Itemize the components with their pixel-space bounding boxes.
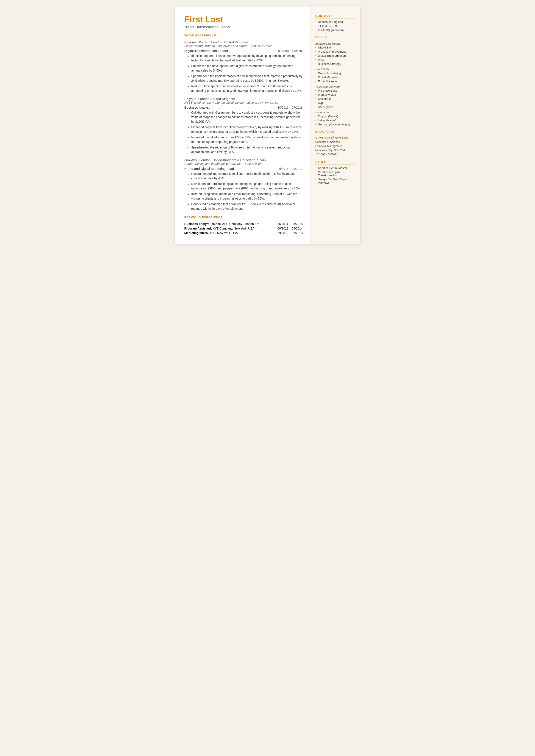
company-name-1: Resume Worded, London, United Kingdom bbox=[184, 40, 303, 44]
edu-detail-0: Bachelor of Science Financial Management… bbox=[316, 140, 355, 156]
role-row-3: Brand and Digital Marketing Lead 06/2015… bbox=[184, 167, 303, 171]
contact-email: first.last@gmail.com bbox=[316, 28, 355, 32]
candidate-title: Digital Transformation Leader bbox=[184, 25, 303, 29]
role-title-2: Business Analyst bbox=[184, 106, 210, 109]
skill-2-0: MS office Suite bbox=[316, 89, 355, 92]
other-list: Certified Scrum Master Certified in Digi… bbox=[316, 166, 355, 184]
skills-cat-0: Industry Knowledge: bbox=[316, 42, 355, 45]
skills-cat-2: Tools and Software: bbox=[316, 85, 355, 88]
bullet-2-3: Improved overall efficiency from 17% to … bbox=[188, 135, 303, 144]
skill-3-1: Italian (Native) bbox=[316, 119, 355, 122]
bullet-2-4: Spearheaded the redesign of Polyhire's i… bbox=[188, 145, 303, 154]
other-item-0: Certified Scrum Master bbox=[316, 166, 355, 170]
skill-2-2: Salesforce bbox=[316, 97, 355, 100]
prev-role-3: Marketing Intern, ABC, New York, USA bbox=[184, 231, 238, 235]
candidate-name: First Last bbox=[184, 14, 303, 24]
resume-document: First Last Digital Transformation Leader… bbox=[175, 7, 360, 244]
prev-role-1: Business Analyst Trainee, ABC Company, L… bbox=[184, 222, 260, 226]
skills-cat-1: Hard Skills: bbox=[316, 68, 355, 71]
previous-experience-heading: PREVIOUS EXPERIENCE bbox=[184, 216, 303, 220]
skills-list-2: MS office Suite Workflow Max Salesforce … bbox=[316, 89, 355, 109]
skills-list-0: SEO/SEM Process Improvement Digital Tran… bbox=[316, 46, 355, 66]
skills-list-1: Online Advertising Digital Marketing Ema… bbox=[316, 71, 355, 83]
prev-role-2: Program Assistant, XYZ Company, New York… bbox=[184, 227, 254, 230]
role-row-1: Digital Transformation Leader 08/2018 – … bbox=[184, 49, 303, 53]
skill-0-2: Digital Transformation bbox=[316, 54, 355, 57]
bullet-3-3: Initiated using social media and email m… bbox=[188, 192, 303, 201]
skill-0-4: Business Strategy bbox=[316, 62, 355, 66]
bullets-1: Identified opportunities to improve oper… bbox=[188, 54, 303, 93]
bullet-1-3: Spearheaded the implementation of new te… bbox=[188, 74, 303, 83]
skill-0-3: PPC bbox=[316, 58, 355, 61]
role-dates-1: 08/2018 – Present bbox=[278, 49, 303, 53]
role-dates-2: 10/2017 – 07/2018 bbox=[278, 106, 303, 109]
bullet-2-1: Collaborated with 6 team members to cond… bbox=[188, 110, 303, 124]
skill-0-0: SEO/SEM bbox=[316, 46, 355, 49]
company-desc-2: NYSE-listed company offering digital tra… bbox=[184, 101, 303, 104]
bullets-3: Recommended improvements to clients' soc… bbox=[188, 172, 303, 211]
other-item-2: Google Certified Digital Marketer bbox=[316, 178, 355, 184]
skill-1-1: Digital Marketing bbox=[316, 76, 355, 79]
skill-3-0: English (Native) bbox=[316, 115, 355, 118]
prev-exp-row-3: Marketing Intern, ABC, New York, USA 09/… bbox=[184, 231, 303, 235]
bullet-3-2: Developed 10+ profitable digital marketi… bbox=[188, 182, 303, 191]
company-name-3: Growthsi, London, United Kingdom & Barce… bbox=[184, 158, 303, 162]
job-block-2: Polyhire, London, United Kingdom NYSE-li… bbox=[184, 97, 303, 154]
sidebar: CONTACT Doncaster, England +1-234-567-89… bbox=[311, 7, 360, 244]
company-name-2: Polyhire, London, United Kingdom bbox=[184, 97, 303, 101]
skills-heading: SKILLS bbox=[316, 36, 355, 40]
main-column: First Last Digital Transformation Leader… bbox=[175, 7, 311, 244]
role-title-1: Digital Transformation Leader bbox=[184, 49, 228, 53]
skills-list-3: English (Native) Italian (Native) German… bbox=[316, 115, 355, 126]
skill-1-0: Online Advertising bbox=[316, 71, 355, 75]
work-experience-heading: WORK EXPERIENCE bbox=[184, 34, 303, 38]
other-heading: OTHER bbox=[316, 160, 355, 165]
bullet-1-1: Identified opportunities to improve oper… bbox=[188, 54, 303, 63]
other-item-1: Certified in Digital Transformation bbox=[316, 170, 355, 177]
company-desc-1: Fintech startup with 50+ employees and $… bbox=[184, 44, 303, 48]
contact-list: Doncaster, England +1-234-567-890 first.… bbox=[316, 20, 355, 32]
bullet-2-2: Managed projects from inception through … bbox=[188, 125, 303, 134]
bullet-3-4: Conducted a campaign that attracted 1210… bbox=[188, 202, 303, 211]
skill-2-4: SAP Hybris bbox=[316, 105, 355, 109]
prev-dates-3: 09/2012 – 05/2013 bbox=[277, 231, 303, 235]
skill-2-1: Workflow Max bbox=[316, 93, 355, 96]
role-row-2: Business Analyst 10/2017 – 07/2018 bbox=[184, 106, 303, 109]
company-desc-3: Career training and membership SaaS with… bbox=[184, 162, 303, 165]
contact-phone: +1-234-567-890 bbox=[316, 24, 355, 28]
contact-location: Doncaster, England bbox=[316, 20, 355, 23]
role-title-3: Brand and Digital Marketing Lead bbox=[184, 167, 234, 171]
contact-heading: CONTACT bbox=[316, 14, 355, 18]
prev-exp-row-2: Program Assistant, XYZ Company, New York… bbox=[184, 227, 303, 230]
prev-exp-row-1: Business Analyst Trainee, ABC Company, L… bbox=[184, 222, 303, 226]
prev-dates-1: 06/2014 – 05/2015 bbox=[277, 222, 303, 226]
job-block-3: Growthsi, London, United Kingdom & Barce… bbox=[184, 158, 303, 211]
edu-institution-0: University of New York bbox=[316, 136, 355, 139]
education-heading: EDUCATION bbox=[316, 130, 355, 134]
bullet-1-4: Reduced time spent on administrative tas… bbox=[188, 84, 303, 93]
skill-3-2: German (Conversational) bbox=[316, 123, 355, 126]
skill-2-3: SQL bbox=[316, 101, 355, 104]
skill-0-1: Process Improvement bbox=[316, 50, 355, 53]
prev-dates-2: 06/2013 – 05/2014 bbox=[277, 227, 303, 230]
bullets-2: Collaborated with 6 team members to cond… bbox=[188, 110, 303, 154]
skills-cat-3: Languages: bbox=[316, 111, 355, 114]
bullet-3-1: Recommended improvements to clients' soc… bbox=[188, 172, 303, 181]
role-dates-3: 06/2015 – 09/2017 bbox=[278, 167, 303, 170]
job-block-1: Resume Worded, London, United Kingdom Fi… bbox=[184, 40, 303, 93]
bullet-1-2: Supervised the development of a digital … bbox=[188, 64, 303, 73]
skill-1-2: Email Marketing bbox=[316, 80, 355, 83]
